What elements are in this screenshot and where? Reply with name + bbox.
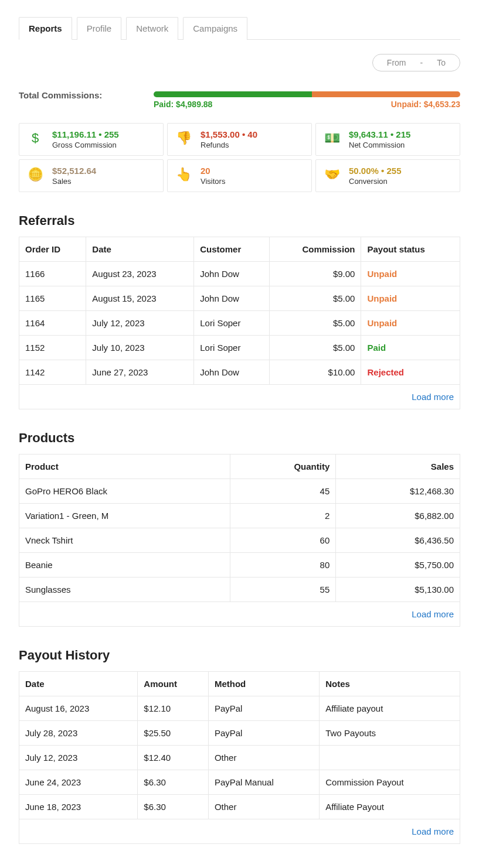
cell-date: July 10, 2023 bbox=[86, 336, 194, 360]
status-badge: Unpaid bbox=[367, 269, 397, 279]
stat-label: Sales bbox=[52, 177, 96, 186]
date-row: From - To bbox=[19, 54, 460, 71]
cell-date: June 18, 2023 bbox=[19, 795, 138, 819]
table-row: Sunglasses55$5,130.00 bbox=[19, 577, 460, 602]
cell-commission: $5.00 bbox=[269, 286, 361, 311]
hand-cash-icon: 💵 bbox=[323, 129, 341, 146]
tab-bar: ReportsProfileNetworkCampaigns bbox=[19, 16, 460, 40]
tab-reports[interactable]: Reports bbox=[19, 17, 72, 40]
status-badge: Unpaid bbox=[367, 318, 397, 328]
table-row: 1164July 12, 2023Lori Soper$5.00Unpaid bbox=[19, 311, 460, 336]
cell-status: Unpaid bbox=[361, 262, 460, 286]
paid-amount: Paid: $4,989.88 bbox=[154, 100, 212, 109]
col-payout-status: Payout status bbox=[361, 237, 460, 262]
cell-amount: $6.30 bbox=[138, 770, 209, 795]
cell-amount: $6.30 bbox=[138, 795, 209, 819]
date-to-label: To bbox=[437, 58, 446, 67]
table-row: August 16, 2023$12.10PayPalAffiliate pay… bbox=[19, 696, 460, 721]
cell-product: Sunglasses bbox=[19, 577, 230, 602]
load-more-products[interactable]: Load more bbox=[412, 609, 454, 619]
progress-paid-segment bbox=[154, 91, 312, 97]
coins-icon: 🪙 bbox=[26, 166, 44, 182]
cell-commission: $9.00 bbox=[269, 262, 361, 286]
cell-amount: $12.10 bbox=[138, 696, 209, 721]
table-row: July 12, 2023$12.40Other bbox=[19, 746, 460, 770]
cell-status: Paid bbox=[361, 336, 460, 360]
dollar-icon: $ bbox=[26, 129, 44, 146]
cell-sales: $12,468.30 bbox=[336, 479, 460, 504]
cell-sales: $6,882.00 bbox=[336, 504, 460, 528]
cell-date: August 15, 2023 bbox=[86, 286, 194, 311]
table-row: GoPro HERO6 Black45$12,468.30 bbox=[19, 479, 460, 504]
col-date: Date bbox=[86, 237, 194, 262]
referrals-table: Order IDDateCustomerCommissionPayout sta… bbox=[19, 237, 460, 409]
load-more-payouts[interactable]: Load more bbox=[412, 826, 454, 836]
unpaid-amount: Unpaid: $4,653.23 bbox=[391, 100, 460, 109]
col-commission: Commission bbox=[269, 237, 361, 262]
date-sep: - bbox=[420, 58, 423, 67]
cell-product: GoPro HERO6 Black bbox=[19, 479, 230, 504]
cell-date: June 24, 2023 bbox=[19, 770, 138, 795]
cell-order-id: 1164 bbox=[19, 311, 86, 336]
cell-method: PayPal Manual bbox=[208, 770, 319, 795]
cell-method: Other bbox=[208, 746, 319, 770]
table-row: 1152July 10, 2023Lori Soper$5.00Paid bbox=[19, 336, 460, 360]
stat-label: Net Commission bbox=[349, 141, 410, 149]
cell-date: July 12, 2023 bbox=[19, 746, 138, 770]
cell-commission: $10.00 bbox=[269, 360, 361, 385]
stat-card-gross-commission: $$11,196.11 • 255Gross Commission bbox=[19, 123, 164, 156]
stat-label: Conversion bbox=[349, 177, 402, 186]
cell-order-id: 1165 bbox=[19, 286, 86, 311]
table-row: Variation1 - Green, M2$6,882.00 bbox=[19, 504, 460, 528]
cell-sales: $5,130.00 bbox=[336, 577, 460, 602]
cell-notes: Affiliate Payout bbox=[320, 795, 460, 819]
stat-value: 20 bbox=[201, 166, 225, 176]
stat-value: $11,196.11 • 255 bbox=[52, 129, 119, 139]
cell-method: PayPal bbox=[208, 696, 319, 721]
total-commissions-label: Total Commissions: bbox=[19, 90, 102, 100]
cell-customer: John Dow bbox=[194, 360, 269, 385]
cell-commission: $5.00 bbox=[269, 311, 361, 336]
col-notes: Notes bbox=[320, 672, 460, 696]
products-heading: Products bbox=[19, 430, 460, 446]
thumbs-down-icon: 👎 bbox=[175, 129, 192, 146]
date-range-picker[interactable]: From - To bbox=[372, 54, 460, 71]
cell-date: July 12, 2023 bbox=[86, 311, 194, 336]
cell-qty: 2 bbox=[230, 504, 335, 528]
stat-value: $52,512.64 bbox=[52, 166, 96, 176]
table-row: 1165August 15, 2023John Dow$5.00Unpaid bbox=[19, 286, 460, 311]
status-badge: Rejected bbox=[367, 367, 404, 377]
status-badge: Paid bbox=[367, 343, 386, 353]
tab-campaigns[interactable]: Campaigns bbox=[183, 17, 247, 40]
col-date: Date bbox=[19, 672, 138, 696]
cell-commission: $5.00 bbox=[269, 336, 361, 360]
cell-date: August 23, 2023 bbox=[86, 262, 194, 286]
cell-method: PayPal bbox=[208, 721, 319, 746]
cell-product: Vneck Tshirt bbox=[19, 528, 230, 553]
tab-profile[interactable]: Profile bbox=[77, 17, 122, 40]
cell-amount: $12.40 bbox=[138, 746, 209, 770]
products-table: ProductQuantitySales GoPro HERO6 Black45… bbox=[19, 454, 460, 627]
progress-unpaid-segment bbox=[312, 91, 460, 97]
table-row: June 18, 2023$6.30OtherAffiliate Payout bbox=[19, 795, 460, 819]
cell-order-id: 1166 bbox=[19, 262, 86, 286]
cell-customer: Lori Soper bbox=[194, 336, 269, 360]
cell-customer: John Dow bbox=[194, 286, 269, 311]
stat-card-net-commission: 💵$9,643.11 • 215Net Commission bbox=[315, 123, 460, 156]
col-product: Product bbox=[19, 454, 230, 479]
cell-product: Beanie bbox=[19, 553, 230, 577]
table-row: Beanie80$5,750.00 bbox=[19, 553, 460, 577]
tab-network[interactable]: Network bbox=[126, 17, 178, 40]
table-row: June 24, 2023$6.30PayPal ManualCommissio… bbox=[19, 770, 460, 795]
stat-value: 50.00% • 255 bbox=[349, 166, 402, 176]
cell-qty: 60 bbox=[230, 528, 335, 553]
col-amount: Amount bbox=[138, 672, 209, 696]
col-method: Method bbox=[208, 672, 319, 696]
table-row: 1166August 23, 2023John Dow$9.00Unpaid bbox=[19, 262, 460, 286]
cell-sales: $5,750.00 bbox=[336, 553, 460, 577]
table-row: July 28, 2023$25.50PayPalTwo Payouts bbox=[19, 721, 460, 746]
cell-order-id: 1142 bbox=[19, 360, 86, 385]
cell-customer: John Dow bbox=[194, 262, 269, 286]
date-from-label: From bbox=[387, 58, 406, 67]
load-more-referrals[interactable]: Load more bbox=[412, 392, 454, 402]
